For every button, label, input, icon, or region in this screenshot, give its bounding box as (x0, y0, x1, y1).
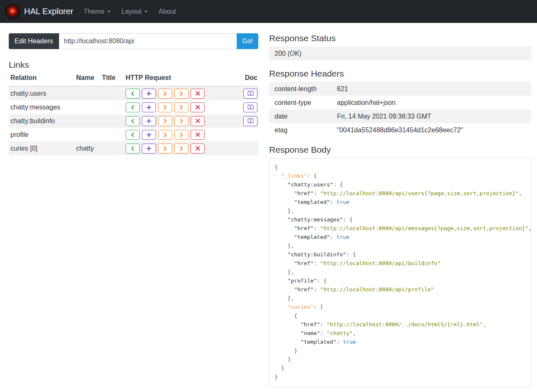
response-header-row: content-typeapplication/hal+json (269, 96, 531, 109)
code-line: "templated": true (275, 233, 526, 241)
post-request-button[interactable] (142, 89, 156, 99)
request-bar: Edit Headers Go! (9, 33, 258, 49)
chevron-right-icon (163, 132, 167, 137)
code-line: "_links": { (275, 171, 526, 180)
http-request-buttons (123, 144, 239, 154)
doc-cell (239, 89, 258, 99)
link-relation: chatty:buildinfo (9, 117, 76, 125)
code-line: "href": "http://localhost:8080/api/users… (275, 189, 526, 198)
links-table-row: profile (9, 128, 258, 141)
response-header-value: 621 (337, 85, 531, 93)
chevron-right-icon (179, 146, 183, 151)
column-header-relation: Relation (9, 74, 76, 82)
navbar-menu: Theme Layout About (78, 0, 181, 23)
post-request-button[interactable] (142, 102, 156, 112)
put-request-button[interactable] (158, 130, 172, 140)
delete-request-button[interactable] (191, 89, 205, 99)
response-header-name: content-type (269, 99, 337, 107)
column-header-title: Title (102, 74, 123, 82)
request-panel: Edit Headers Go! Links Relation Name Tit… (9, 33, 258, 387)
link-relation: profile (9, 131, 76, 139)
x-icon (195, 119, 200, 123)
links-table-header: Relation Name Title HTTP Request Doc (9, 72, 258, 87)
chevron-right-icon (179, 132, 183, 137)
x-icon (195, 105, 200, 109)
code-line: "chatty:users": { (275, 180, 526, 189)
chevron-left-icon (131, 105, 135, 110)
chevron-left-icon (131, 132, 135, 137)
links-table-row: chatty:users (9, 87, 258, 100)
chevron-left-icon (131, 119, 135, 124)
links-section-title: Links (9, 60, 258, 70)
code-line: "templated": true (275, 337, 526, 346)
put-request-button[interactable] (158, 144, 172, 154)
response-header-name: date (269, 113, 337, 120)
doc-button[interactable] (243, 102, 257, 112)
get-request-button[interactable] (126, 102, 140, 112)
post-request-button[interactable] (142, 130, 156, 140)
response-body-code: { "_links": { "chatty:users": { "href": … (269, 158, 531, 387)
link-relation: curies [0] (9, 145, 76, 152)
delete-request-button[interactable] (191, 102, 205, 112)
edit-headers-button[interactable]: Edit Headers (9, 33, 59, 49)
chevron-right-icon (179, 105, 183, 110)
delete-request-button[interactable] (191, 130, 205, 140)
http-request-buttons (123, 130, 239, 140)
code-line: { (275, 311, 526, 320)
caret-down-icon (144, 11, 148, 12)
code-line: } (275, 372, 526, 381)
plus-icon (146, 119, 151, 124)
navbar: HAL Explorer Theme Layout About (0, 0, 537, 23)
code-line: }, (275, 294, 526, 303)
nav-theme-label: Theme (84, 8, 104, 15)
patch-request-button[interactable] (174, 102, 188, 112)
brand-link[interactable]: HAL Explorer (5, 5, 73, 19)
plus-icon (146, 132, 151, 137)
get-request-button[interactable] (126, 144, 140, 154)
go-button[interactable]: Go! (237, 33, 258, 49)
put-request-button[interactable] (158, 89, 172, 99)
code-line: "chatty:messages": { (275, 215, 526, 224)
column-header-name: Name (76, 74, 102, 82)
doc-button[interactable] (243, 116, 257, 126)
nav-about-label: About (158, 8, 176, 15)
code-line: "name": "chatty", (275, 329, 526, 337)
patch-request-button[interactable] (174, 130, 188, 140)
response-headers-title: Response Headers (269, 69, 531, 79)
nav-about-link[interactable]: About (153, 0, 181, 23)
nav-layout-dropdown[interactable]: Layout (116, 0, 153, 23)
get-request-button[interactable] (126, 116, 140, 126)
chevron-right-icon (179, 91, 183, 96)
http-request-buttons (123, 116, 239, 126)
patch-request-button[interactable] (174, 144, 188, 154)
api-url-input[interactable] (59, 33, 237, 49)
delete-request-button[interactable] (191, 144, 205, 154)
links-table-row: chatty:messages (9, 100, 258, 114)
get-request-button[interactable] (126, 130, 140, 140)
nav-theme-dropdown[interactable]: Theme (78, 0, 116, 23)
put-request-button[interactable] (158, 116, 172, 126)
post-request-button[interactable] (142, 144, 156, 154)
response-status-title: Response Status (269, 33, 531, 43)
code-line: } (275, 346, 526, 355)
get-request-button[interactable] (126, 89, 140, 99)
post-request-button[interactable] (142, 116, 156, 126)
chevron-left-icon (131, 146, 135, 151)
doc-cell (239, 116, 258, 126)
doc-button[interactable] (243, 89, 257, 99)
chevron-left-icon (131, 91, 135, 96)
patch-request-button[interactable] (174, 89, 188, 99)
response-header-name: content-length (269, 85, 337, 93)
response-header-name: etag (269, 127, 337, 134)
response-header-value: "0041da552488d86e31454d1c2e68eec72" (337, 127, 531, 134)
links-table-row: chatty:buildinfo (9, 114, 258, 128)
column-header-doc: Doc (239, 74, 258, 82)
chevron-right-icon (163, 119, 167, 124)
delete-request-button[interactable] (191, 116, 205, 126)
patch-request-button[interactable] (174, 116, 188, 126)
put-request-button[interactable] (158, 102, 172, 112)
links-table-body: chatty:userschatty:messageschatty:buildi… (9, 87, 258, 155)
http-request-buttons (123, 102, 239, 112)
plus-icon (146, 105, 151, 110)
plus-icon (146, 146, 151, 151)
